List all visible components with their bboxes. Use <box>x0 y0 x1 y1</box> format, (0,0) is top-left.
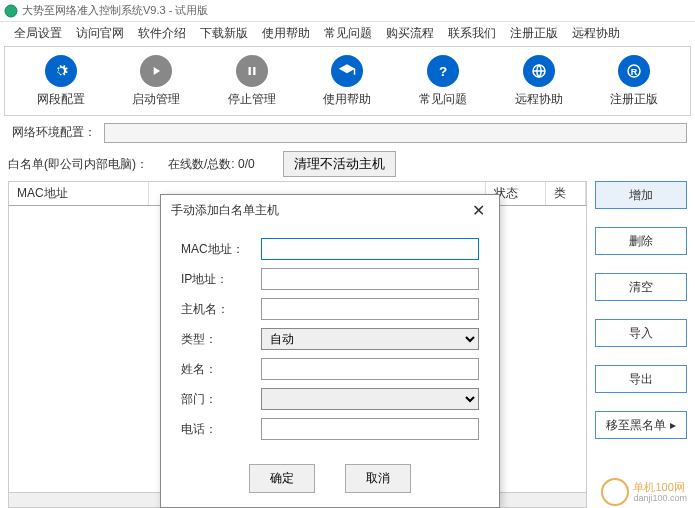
play-icon <box>140 55 172 87</box>
tool-register[interactable]: R注册正版 <box>602 53 666 110</box>
question-icon: ? <box>427 55 459 87</box>
tool-remote[interactable]: 远程协助 <box>507 53 571 110</box>
type-label: 类型： <box>181 331 261 348</box>
dept-select[interactable] <box>261 388 479 410</box>
menu-download[interactable]: 下载新版 <box>194 23 254 44</box>
modal-title-text: 手动添加白名单主机 <box>171 202 279 219</box>
tool-network-config[interactable]: 网段配置 <box>29 53 93 110</box>
svg-text:?: ? <box>439 63 447 78</box>
ip-label: IP地址： <box>181 271 261 288</box>
name-label: 姓名： <box>181 361 261 378</box>
reg-icon: R <box>618 55 650 87</box>
ip-input[interactable] <box>261 268 479 290</box>
import-button[interactable]: 导入 <box>595 319 687 347</box>
env-label: 网络环境配置： <box>8 122 100 143</box>
grad-icon <box>331 55 363 87</box>
hostname-input[interactable] <box>261 298 479 320</box>
tool-help[interactable]: 使用帮助 <box>315 53 379 110</box>
online-stats: 在线数/总数: 0/0 <box>168 156 255 173</box>
menu-contact[interactable]: 联系我们 <box>442 23 502 44</box>
menu-purchase[interactable]: 购买流程 <box>380 23 440 44</box>
clean-inactive-button[interactable]: 清理不活动主机 <box>283 151 396 177</box>
dept-label: 部门： <box>181 391 261 408</box>
side-buttons: 增加 删除 清空 导入 导出 移至黑名单 ▸ <box>595 181 687 496</box>
delete-button[interactable]: 删除 <box>595 227 687 255</box>
add-button[interactable]: 增加 <box>595 181 687 209</box>
window-title: 大势至网络准入控制系统V9.3 - 试用版 <box>22 3 208 18</box>
name-input[interactable] <box>261 358 479 380</box>
watermark: 单机100网 danji100.com <box>601 478 687 506</box>
menu-help[interactable]: 使用帮助 <box>256 23 316 44</box>
menu-intro[interactable]: 软件介绍 <box>132 23 192 44</box>
phone-input[interactable] <box>261 418 479 440</box>
tool-start[interactable]: 启动管理 <box>124 53 188 110</box>
mac-label: MAC地址： <box>181 241 261 258</box>
export-button[interactable]: 导出 <box>595 365 687 393</box>
whitelist-label: 白名单(即公司内部电脑)： <box>8 156 148 173</box>
watermark-icon <box>601 478 629 506</box>
menu-faq[interactable]: 常见问题 <box>318 23 378 44</box>
menu-global[interactable]: 全局设置 <box>8 23 68 44</box>
tool-stop[interactable]: 停止管理 <box>220 53 284 110</box>
titlebar: 大势至网络准入控制系统V9.3 - 试用版 <box>0 0 695 22</box>
host-label: 主机名： <box>181 301 261 318</box>
svg-text:R: R <box>631 66 638 76</box>
move-blacklist-button[interactable]: 移至黑名单 ▸ <box>595 411 687 439</box>
svg-point-0 <box>5 5 17 17</box>
gear-icon <box>45 55 77 87</box>
close-icon[interactable]: ✕ <box>468 201 489 220</box>
globe-icon <box>523 55 555 87</box>
env-config-row: 网络环境配置： <box>0 118 695 147</box>
menu-register[interactable]: 注册正版 <box>504 23 564 44</box>
toolbar: 网段配置 启动管理 停止管理 使用帮助 ?常见问题 远程协助 R注册正版 <box>4 46 691 116</box>
cancel-button[interactable]: 取消 <box>345 464 411 493</box>
type-select[interactable]: 自动 <box>261 328 479 350</box>
mac-input[interactable] <box>261 238 479 260</box>
modal-titlebar: 手动添加白名单主机 ✕ <box>161 195 499 226</box>
col-type[interactable]: 类 <box>546 182 586 205</box>
menubar: 全局设置 访问官网 软件介绍 下载新版 使用帮助 常见问题 购买流程 联系我们 … <box>0 22 695 44</box>
env-input[interactable] <box>104 123 687 143</box>
menu-website[interactable]: 访问官网 <box>70 23 130 44</box>
app-icon <box>4 4 18 18</box>
col-mac[interactable]: MAC地址 <box>9 182 149 205</box>
tool-faq[interactable]: ?常见问题 <box>411 53 475 110</box>
ok-button[interactable]: 确定 <box>249 464 315 493</box>
phone-label: 电话： <box>181 421 261 438</box>
clear-button[interactable]: 清空 <box>595 273 687 301</box>
whitelist-stats-row: 白名单(即公司内部电脑)： 在线数/总数: 0/0 清理不活动主机 <box>0 147 695 181</box>
menu-remote[interactable]: 远程协助 <box>566 23 626 44</box>
add-whitelist-modal: 手动添加白名单主机 ✕ MAC地址： IP地址： 主机名： 类型：自动 姓名： … <box>160 194 500 508</box>
pause-icon <box>236 55 268 87</box>
